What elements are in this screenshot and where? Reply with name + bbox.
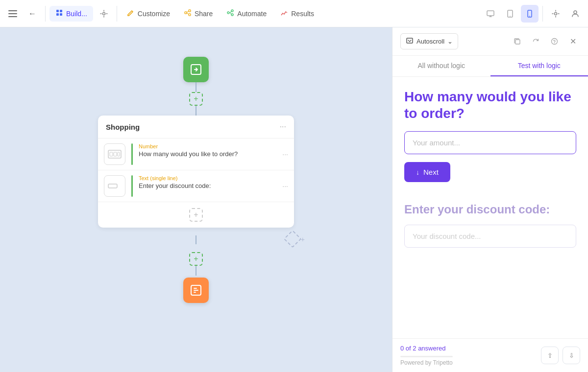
start-node[interactable] (183, 57, 209, 82)
q1-icon (104, 143, 125, 165)
svg-rect-20 (110, 152, 113, 156)
q2-content: Text (single line) Enter your discount c… (139, 175, 276, 197)
svg-rect-3 (60, 13, 62, 16)
autoscroll-chevron: ⌄ (447, 38, 453, 45)
svg-point-16 (555, 12, 557, 15)
card-footer: + (98, 202, 294, 228)
share-label: Share (195, 10, 213, 18)
panel-footer: 0 of 2 answered Powered by Tripetto ⇧ ⇩ (392, 338, 588, 372)
connector-1: + (189, 82, 203, 116)
svg-rect-26 (515, 40, 520, 44)
svg-point-8 (227, 12, 229, 14)
powered-text: Powered by Tripetto (400, 359, 453, 366)
scroll-up-btn[interactable]: ⇧ (541, 347, 559, 364)
scroll-down-btn[interactable]: ⇩ (563, 347, 580, 364)
settings-button[interactable] (95, 5, 113, 23)
end-node[interactable] (183, 278, 209, 303)
main-layout: + Shopping ··· Number How many (0, 27, 588, 372)
svg-point-13 (510, 16, 511, 17)
tab-without-logic[interactable]: All without logic (392, 56, 490, 76)
autoscroll-btn[interactable]: Autoscroll ⌄ (400, 33, 458, 49)
canvas-area: + Shopping ··· Number How many (0, 27, 392, 372)
svg-rect-11 (487, 11, 494, 16)
flow-container: + Shopping ··· Number How many (83, 57, 309, 303)
preview-input-2[interactable] (404, 225, 576, 248)
next-btn[interactable]: ↓ Next (404, 162, 450, 182)
nav-divider2 (117, 6, 117, 22)
flow-card-shopping: Shopping ··· Number How many would you l… (98, 116, 294, 228)
svg-rect-1 (60, 10, 62, 12)
svg-point-28 (554, 43, 554, 43)
help-btn[interactable] (547, 34, 562, 49)
preview-input-1[interactable] (404, 131, 576, 154)
back-button[interactable]: ← (24, 5, 41, 23)
tab-with-logic[interactable]: Test with logic (490, 56, 588, 76)
nav-build[interactable]: Build... (49, 6, 93, 22)
share-icon (184, 9, 192, 19)
right-panel: Autoscroll ⌄ ✕ All without logic Test wi… (392, 27, 588, 372)
q1-content: Number How many would you like to order? (139, 143, 276, 165)
top-navigation: ← Build... Customize Share Automate Resu… (0, 0, 588, 27)
build-icon (55, 9, 63, 19)
nav-arrows: ⇧ ⇩ (541, 347, 580, 364)
nav-automate[interactable]: Automate (220, 6, 272, 22)
svg-rect-0 (56, 10, 59, 12)
panel-header-icons: ✕ (510, 34, 580, 49)
card-title: Shopping (106, 123, 140, 131)
svg-rect-19 (108, 150, 121, 158)
question-row-2: Text (single line) Enter your discount c… (98, 170, 294, 202)
add-node-btn-2[interactable]: + (189, 252, 203, 266)
flow-line (196, 82, 196, 92)
q1-type: Number (139, 143, 276, 149)
mobile-view-btn[interactable] (521, 5, 539, 23)
svg-rect-6 (189, 10, 191, 12)
desktop-view-btn[interactable] (482, 5, 499, 23)
add-question-btn[interactable]: + (189, 208, 203, 222)
panel-content: How many would you like to order? ↓ Next… (392, 77, 588, 338)
svg-rect-25 (407, 38, 413, 43)
more-settings-btn[interactable] (547, 5, 564, 23)
flow-line2 (196, 106, 196, 116)
progress-bar (400, 356, 453, 357)
autoscroll-icon (406, 37, 414, 46)
hamburger-menu[interactable] (4, 5, 22, 23)
answered-text: 0 of 2 answered (400, 345, 453, 352)
customize-icon (127, 9, 135, 19)
customize-label: Customize (138, 10, 170, 18)
results-icon (280, 9, 288, 19)
close-btn[interactable]: ✕ (565, 34, 580, 49)
svg-rect-22 (118, 152, 120, 156)
svg-rect-23 (108, 184, 117, 188)
user-btn[interactable] (566, 5, 584, 23)
svg-point-10 (231, 14, 233, 16)
add-node-btn-1[interactable]: + (189, 92, 203, 106)
q2-options-btn[interactable]: ··· (282, 182, 288, 190)
refresh-btn[interactable] (528, 34, 543, 49)
q1-bar (131, 143, 133, 165)
svg-point-15 (529, 16, 530, 17)
nav-customize[interactable]: Customize (121, 6, 176, 22)
copy-btn[interactable] (510, 34, 524, 49)
q2-icon (104, 175, 125, 197)
build-label: Build... (66, 10, 87, 18)
q1-options-btn[interactable]: ··· (282, 150, 288, 158)
nav-share[interactable]: Share (178, 6, 219, 22)
q2-bar (131, 175, 133, 197)
svg-point-27 (551, 39, 557, 45)
svg-point-9 (231, 10, 233, 12)
nav-divider (45, 6, 46, 22)
branch-section: + (83, 228, 309, 252)
autoscroll-label: Autoscroll (416, 38, 444, 45)
tablet-view-btn[interactable] (501, 5, 519, 23)
flow-line3 (196, 266, 196, 276)
next-arrow-icon: ↓ (416, 168, 419, 176)
preview-question-1: How many would you like to order? (404, 89, 576, 121)
panel-tabs: All without logic Test with logic (392, 56, 588, 77)
svg-rect-7 (189, 14, 191, 16)
card-options-btn[interactable]: ··· (280, 122, 286, 131)
q2-type: Text (single line) (139, 175, 276, 181)
question-row-1: Number How many would you like to order?… (98, 139, 294, 170)
card-header: Shopping ··· (98, 116, 294, 139)
svg-rect-5 (185, 12, 187, 14)
nav-results[interactable]: Results (274, 6, 320, 22)
